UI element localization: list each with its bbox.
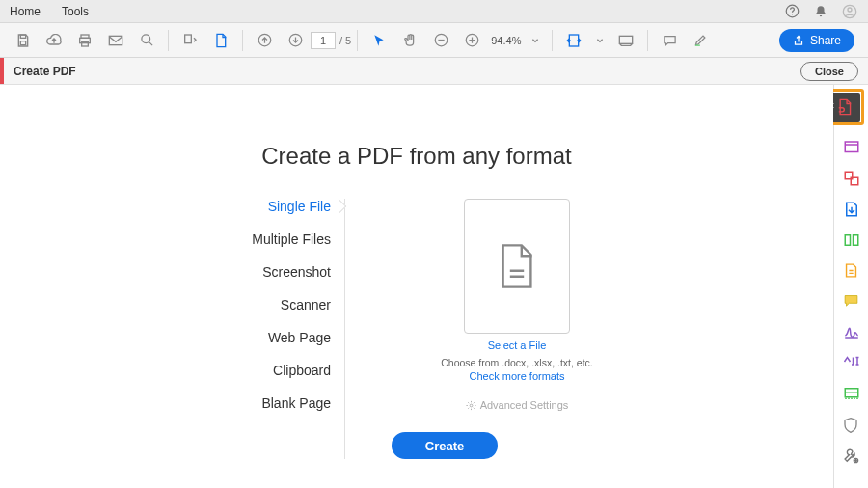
rail-forms-icon[interactable] — [843, 355, 860, 372]
separator — [357, 30, 358, 51]
comment-icon[interactable] — [660, 31, 679, 50]
active-indicator — [0, 58, 4, 84]
page-icon[interactable] — [211, 31, 231, 50]
highlight-icon[interactable] — [691, 31, 710, 50]
close-button[interactable]: Close — [800, 62, 858, 81]
rail-note-icon[interactable] — [843, 293, 860, 311]
menu-home[interactable]: Home — [10, 5, 41, 18]
zoom-in-icon[interactable] — [462, 31, 481, 50]
print-icon[interactable] — [75, 31, 95, 50]
mail-icon[interactable] — [106, 31, 125, 50]
main-toolbar: / 5 94.4% Share — [0, 23, 868, 58]
search-icon[interactable] — [137, 31, 156, 50]
arrow-tool-icon[interactable] — [369, 31, 389, 50]
menubar: Home Tools — [0, 0, 868, 23]
help-icon[interactable] — [783, 3, 800, 20]
svg-point-1 — [792, 14, 793, 15]
option-single-file[interactable]: Single File — [268, 199, 331, 214]
share-label: Share — [810, 34, 841, 47]
separator — [647, 30, 648, 51]
arrow-down-icon[interactable] — [285, 31, 305, 50]
svg-rect-11 — [185, 35, 192, 43]
file-dropzone[interactable] — [464, 199, 570, 334]
option-web-page[interactable]: Web Page — [268, 330, 331, 345]
select-file-link[interactable]: Select a File — [392, 339, 642, 351]
svg-rect-18 — [845, 142, 858, 152]
page-number-input[interactable] — [311, 32, 336, 49]
option-scanner[interactable]: Scanner — [281, 297, 331, 312]
rail-export-icon[interactable] — [843, 201, 860, 218]
svg-rect-9 — [109, 36, 122, 44]
share-button[interactable]: Share — [779, 29, 854, 52]
save-icon[interactable] — [14, 31, 33, 50]
check-formats-link[interactable]: Check more formats — [392, 370, 642, 382]
svg-point-10 — [141, 35, 149, 43]
svg-rect-4 — [20, 35, 25, 38]
document-icon — [498, 243, 536, 289]
svg-rect-5 — [20, 41, 25, 44]
file-types-hint: Choose from .docx, .xlsx, .txt, etc. — [392, 357, 642, 368]
svg-rect-16 — [570, 35, 579, 46]
advanced-label: Advanced Settings — [480, 399, 569, 411]
source-options: Single File Multiple Files Screenshot Sc… — [191, 199, 345, 459]
separator — [242, 30, 243, 51]
create-pdf-panel: Create a PDF from any format Single File… — [0, 108, 833, 488]
chevron-down-icon[interactable] — [595, 31, 605, 50]
rail-more-tools-icon[interactable] — [843, 447, 860, 465]
chevron-down-icon[interactable] — [530, 31, 540, 50]
rail-organize-icon[interactable] — [843, 231, 860, 249]
share-icon — [793, 35, 804, 46]
option-screenshot[interactable]: Screenshot — [262, 264, 331, 280]
cloud-icon[interactable] — [44, 31, 64, 50]
separator — [168, 30, 169, 51]
option-multiple-files[interactable]: Multiple Files — [252, 231, 331, 247]
svg-rect-21 — [845, 235, 850, 246]
svg-point-3 — [848, 8, 852, 12]
page-nav-icon[interactable] — [180, 31, 200, 50]
create-button[interactable]: Create — [392, 432, 498, 459]
rail-sign-icon[interactable] — [843, 324, 860, 341]
zoom-out-icon[interactable] — [431, 31, 450, 50]
separator — [552, 30, 553, 51]
context-title: Create PDF — [14, 65, 76, 78]
advanced-settings[interactable]: Advanced Settings — [392, 399, 642, 411]
rail-create-pdf-icon[interactable] — [843, 139, 860, 156]
workspace: Create a PDF from any format Single File… — [0, 85, 833, 488]
rail-combine-icon[interactable] — [843, 170, 860, 187]
rail-edit-icon[interactable] — [843, 262, 860, 280]
read-mode-icon[interactable] — [616, 31, 636, 50]
menu-tools[interactable]: Tools — [62, 5, 89, 18]
hand-tool-icon[interactable] — [400, 31, 420, 50]
page-heading: Create a PDF from any format — [261, 143, 571, 170]
file-select-panel: Select a File Choose from .docx, .xlsx, … — [392, 199, 642, 459]
fit-width-icon[interactable] — [564, 31, 583, 50]
rail-scan-icon[interactable] — [843, 386, 860, 403]
arrow-up-icon[interactable] — [255, 31, 274, 50]
rail-protect-icon[interactable] — [843, 417, 860, 434]
zoom-level[interactable]: 94.4% — [491, 35, 521, 46]
option-blank-page[interactable]: Blank Page — [261, 395, 331, 411]
svg-rect-22 — [853, 235, 857, 246]
page-total: / 5 — [339, 35, 351, 46]
svg-rect-17 — [620, 36, 633, 43]
gear-icon — [466, 400, 476, 411]
option-clipboard[interactable]: Clipboard — [273, 363, 331, 378]
profile-icon[interactable] — [841, 3, 858, 20]
pdf-icon — [837, 98, 853, 116]
context-bar: Create PDF Close — [0, 58, 868, 85]
tools-rail — [833, 85, 868, 488]
bell-icon[interactable] — [812, 3, 829, 20]
svg-point-25 — [470, 404, 473, 407]
